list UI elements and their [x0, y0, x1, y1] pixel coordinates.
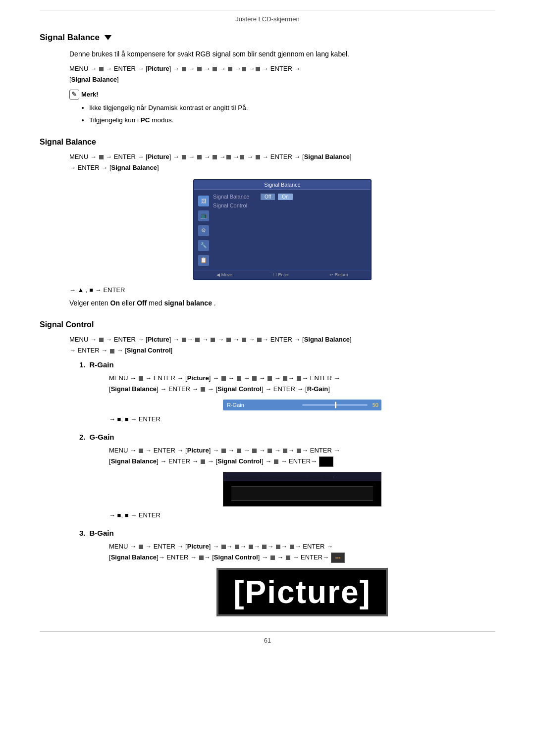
- page: Justere LCD-skjermen Signal Balance Denn…: [0, 0, 535, 756]
- picture-box: [ Picture ]: [216, 568, 388, 616]
- g-gain-item: 2. G-Gain MENU → → ENTER → [Picture] → →…: [79, 433, 495, 519]
- signal-balance-sub-body: MENU → → ENTER → [Picture] → → → → → → →…: [69, 151, 495, 309]
- g-gain-body: MENU → → ENTER → [Picture] → → → → → → →…: [109, 445, 495, 519]
- note-icon: [69, 90, 79, 100]
- signal-balance-section: Signal Balance Denne brukes til å kompen…: [40, 33, 495, 126]
- signal-control-title: Signal Control: [40, 320, 495, 329]
- picture-bracket-left: [: [233, 574, 245, 610]
- numbered-list: 1. R-Gain MENU → → ENTER → [Picture] → →…: [79, 360, 495, 617]
- lcd-screen: Signal Balance 🖼 📺 ⚙ 🔧 📋 Signal Ba: [193, 179, 372, 280]
- bullets-list: Ikke tilgjengelig når Dynamisk kontrast …: [89, 102, 495, 126]
- lcd-icon-3: ⚙: [198, 225, 209, 236]
- filter-icon: [105, 35, 111, 40]
- r-gain-arrow: → ■, ■ → ENTER: [109, 415, 495, 423]
- page-header: Justere LCD-skjermen: [40, 10, 495, 23]
- lcd-content: Signal Balance Off On Signal Control: [213, 194, 367, 266]
- page-number: 61: [264, 637, 271, 644]
- lcd-icon-1: 🖼: [198, 196, 209, 206]
- lcd-icons: 🖼 📺 ⚙ 🔧 📋: [198, 194, 209, 266]
- r-gain-bar-container: R-Gain 50: [109, 400, 495, 410]
- picture-large-container: [ Picture ]: [109, 568, 495, 616]
- g-gain-screen: ──────────────────────────────────: [223, 472, 381, 506]
- bullet-1: Ikke tilgjengelig når Dynamisk kontrast …: [89, 102, 495, 113]
- r-gain-value: 50: [373, 402, 378, 408]
- b-gain-body: MENU → → ENTER → [Picture] → → → → → → →…: [109, 541, 495, 616]
- footer-enter: ☐ Enter: [273, 272, 289, 277]
- r-gain-item: 1. R-Gain MENU → → ENTER → [Picture] → →…: [79, 360, 495, 423]
- r-gain-label: R-Gain: [227, 402, 244, 408]
- lcd-body: 🖼 📺 ⚙ 🔧 📋 Signal Balance Off On: [194, 190, 371, 270]
- r-gain-header: 1. R-Gain: [79, 360, 495, 369]
- footer-return: ↩ Return: [329, 272, 348, 277]
- page-footer: 61: [40, 631, 495, 644]
- r-gain-bar: R-Gain 50: [223, 400, 381, 410]
- b-gain-header: 3. B-Gain: [79, 529, 495, 537]
- lcd-row-signal-control: Signal Control: [213, 202, 367, 208]
- signal-balance-sub-title: Signal Balance: [40, 138, 495, 147]
- g-gain-screen-container: ──────────────────────────────────: [109, 472, 495, 506]
- lcd-icon-5: 📋: [198, 255, 209, 266]
- signal-balance-body: Denne brukes til å kompensere for svakt …: [69, 49, 495, 126]
- header-title: Justere LCD-skjermen: [235, 15, 299, 23]
- footer-move: ◀ Move: [216, 272, 232, 277]
- lcd-screen-container: Signal Balance 🖼 📺 ⚙ 🔧 📋 Signal Ba: [69, 179, 495, 280]
- lcd-icon-2: 📺: [198, 210, 209, 221]
- signal-control-section: Signal Control MENU → → ENTER → [Picture…: [40, 320, 495, 616]
- b-gain-item: 3. B-Gain MENU → → ENTER → [Picture] → →…: [79, 529, 495, 616]
- arrow-line-1: → ▲ , ■ → ENTER: [69, 286, 495, 294]
- lcd-row-signal-balance: Signal Balance Off On: [213, 194, 367, 200]
- menu-path-sub: MENU → → ENTER → [Picture] → → → → → → →…: [69, 151, 495, 173]
- lcd-footer: ◀ Move ☐ Enter ↩ Return: [194, 270, 371, 279]
- note-line: Merk!: [69, 90, 495, 100]
- g-gain-body: [223, 481, 381, 506]
- r-gain-body: MENU → → ENTER → [Picture] → → → → → → →…: [109, 373, 495, 423]
- g-gain-header: 2. G-Gain: [79, 433, 495, 441]
- signal-control-body: MENU → → ENTER → [Picture] → → → → → → →…: [69, 334, 495, 616]
- lcd-titlebar: Signal Balance: [194, 180, 371, 190]
- picture-text: Picture: [245, 574, 360, 610]
- lcd-icon-4: 🔧: [198, 240, 209, 251]
- b-gain-menu-path: MENU → → ENTER → [Picture] → → → → → → →…: [109, 541, 495, 563]
- picture-bracket-right: ]: [359, 574, 371, 610]
- signal-balance-title: Signal Balance: [40, 33, 495, 43]
- bullet-2: Tilgjengelig kun i PC modus.: [89, 115, 495, 126]
- signal-balance-description: Denne brukes til å kompensere for svakt …: [69, 49, 495, 59]
- signal-control-menu-path: MENU → → ENTER → [Picture] → → → → → → →…: [69, 334, 495, 356]
- signal-balance-sub-section: Signal Balance MENU → → ENTER → [Picture…: [40, 138, 495, 309]
- g-gain-menu-path: MENU → → ENTER → [Picture] → → → → → → →…: [109, 445, 495, 467]
- g-gain-top: ──────────────────────────────────: [223, 472, 381, 481]
- menu-path-1: MENU → → ENTER → [Picture] → → → → → → →…: [69, 63, 495, 85]
- g-gain-arrow: → ■, ■ → ENTER: [109, 511, 495, 519]
- select-description: Velger enten On eller Off med signal bal…: [69, 298, 495, 308]
- r-gain-menu-path: MENU → → ENTER → [Picture] → → → → → → →…: [109, 373, 495, 395]
